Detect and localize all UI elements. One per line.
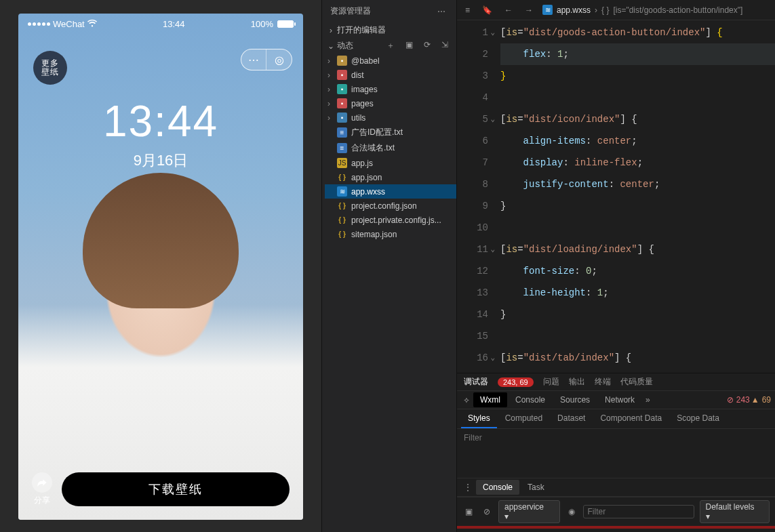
capsule-close-button[interactable]: ◎ [266, 49, 292, 70]
console-play-icon[interactable]: ▣ [462, 507, 475, 516]
tree-file[interactable]: { }sitemap.json [325, 227, 456, 241]
tree-item-label: 广告ID配置.txt [351, 127, 454, 138]
tree-file[interactable]: ≋app.wxss [325, 184, 456, 199]
refresh-icon[interactable]: ⟳ [421, 40, 433, 52]
code-line[interactable] [500, 87, 775, 108]
tree-file[interactable]: JSapp.js [325, 156, 456, 170]
code-line[interactable]: align-items: center; [500, 130, 775, 152]
lock-clock: 13:44 9月16日 [18, 96, 303, 171]
breadcrumb-symbol[interactable]: [is="dist/goods-action-button/index"] [613, 5, 742, 15]
code-line[interactable] [500, 325, 775, 347]
styles-subtab[interactable]: Styles [461, 409, 497, 428]
fold-icon[interactable]: ⌄ [485, 22, 495, 43]
devtools-tab-console[interactable]: Console [509, 392, 552, 407]
open-editors-section[interactable]: › 打开的编辑器 [322, 22, 456, 38]
code-editor[interactable]: ⌄1234⌄5678910⌄1112131415⌄16 [is="dist/go… [457, 20, 775, 373]
code-line[interactable]: [is="dist/tab/index"] { [500, 347, 775, 369]
more-wallpaper-badge[interactable]: 更多 壁纸 [33, 51, 67, 85]
tree-item-label: pages [351, 99, 454, 108]
styles-filter-input[interactable] [457, 429, 775, 447]
drawer-tab-console[interactable]: Console [476, 480, 519, 495]
log-levels-select[interactable]: Default levels ▾ [700, 500, 770, 523]
workspace-root-label: 动态 [337, 40, 353, 52]
chevron-right-icon: › [325, 70, 333, 80]
inspect-icon[interactable]: ⟡ [461, 395, 472, 405]
folder-icon: ▪ [337, 98, 347, 108]
code-line[interactable]: font-size: 0; [500, 260, 775, 282]
tab-code-quality[interactable]: 代码质量 [620, 376, 653, 388]
devtools-tab-sources[interactable]: Sources [553, 392, 597, 407]
fold-icon[interactable]: ⌄ [485, 108, 495, 130]
warning-count[interactable]: ▲ 69 [751, 395, 771, 405]
download-wallpaper-button[interactable]: 下载壁纸 [62, 472, 290, 506]
tree-folder[interactable]: ›▪dist [325, 68, 456, 82]
editor-panel: ≡ 🔖 ← → ≋ app.wxss › { } [is="dist/goods… [457, 0, 775, 532]
code-line[interactable] [500, 217, 775, 239]
css-file-icon: ≋ [337, 186, 347, 197]
phone-frame: WeChat 13:44 100% ⋯ ◎ 更多 壁纸 13:44 9月16日 [18, 14, 303, 520]
collapse-icon[interactable]: ⇲ [439, 40, 451, 52]
new-folder-icon[interactable]: ▣ [403, 40, 416, 52]
styles-subtab[interactable]: Scope Data [670, 409, 726, 428]
tree-folder[interactable]: ›▪pages [325, 96, 456, 110]
fold-icon[interactable]: ⌄ [485, 347, 495, 369]
tree-folder[interactable]: ›▪utils [325, 110, 456, 125]
json-file-icon: { } [337, 215, 347, 225]
console-filter-input[interactable] [583, 505, 694, 518]
workspace-root[interactable]: ⌄ 动态 ＋ ▣ ⟳ ⇲ [322, 38, 456, 54]
explorer-more-icon[interactable]: ⋯ [435, 7, 448, 16]
tree-file[interactable]: ≡广告ID配置.txt [325, 125, 456, 140]
capsule-more-button[interactable]: ⋯ [241, 49, 266, 70]
folder-icon: ▪ [337, 84, 347, 94]
open-editors-label: 打开的编辑器 [337, 24, 386, 36]
code-line[interactable]: display: inline-flex; [500, 152, 775, 173]
editor-breadcrumb: ≡ 🔖 ← → ≋ app.wxss › { } [is="dist/goods… [457, 0, 775, 20]
devtools-tab-wxml[interactable]: Wxml [473, 392, 507, 407]
battery-pct: 100% [251, 19, 273, 29]
tree-folder[interactable]: ›▪@babel [325, 54, 456, 68]
tab-debugger[interactable]: 调试器 [464, 376, 488, 388]
eye-icon[interactable]: ◉ [565, 507, 578, 516]
code-line[interactable]: [is="dist/icon/index"] { [500, 108, 775, 130]
code-line[interactable]: [is="dist/goods-action-button/index"] { [500, 22, 775, 43]
styles-subtab[interactable]: Component Data [593, 409, 669, 428]
fold-icon[interactable]: ⌄ [485, 239, 495, 260]
styles-subtab[interactable]: Computed [498, 409, 549, 428]
tree-item-label: project.private.config.js... [351, 216, 454, 225]
code-line[interactable]: justify-content: center; [500, 173, 775, 195]
tab-problems[interactable]: 问题 [543, 376, 559, 388]
drawer-menu-icon[interactable]: ⋮ [461, 483, 475, 492]
tab-output[interactable]: 输出 [569, 376, 585, 388]
tree-file[interactable]: { }app.json [325, 170, 456, 184]
code-line[interactable]: } [500, 65, 775, 87]
drawer-tab-task[interactable]: Task [521, 480, 551, 495]
context-select[interactable]: appservice ▾ [498, 500, 560, 523]
tree-file[interactable]: ≡合法域名.txt [325, 140, 456, 156]
tree-item-label: utils [351, 113, 454, 123]
share-button[interactable]: 分享 [32, 472, 52, 506]
code-line[interactable]: } [500, 304, 775, 325]
tree-file[interactable]: { }project.config.json [325, 199, 456, 213]
new-file-icon[interactable]: ＋ [384, 40, 397, 52]
nav-back-icon[interactable]: ← [502, 5, 515, 15]
code-line[interactable]: [is="dist/loading/index"] { [500, 239, 775, 260]
console-clear-icon[interactable]: ⊘ [481, 507, 493, 516]
tabs-overflow-icon[interactable]: » [643, 395, 653, 405]
bookmark-icon[interactable]: 🔖 [479, 5, 495, 15]
tab-terminal[interactable]: 终端 [595, 376, 611, 388]
styles-subtab[interactable]: Dataset [551, 409, 592, 428]
code-line[interactable]: line-height: 1; [500, 282, 775, 304]
tree-file[interactable]: { }project.private.config.js... [325, 213, 456, 227]
carrier-label: WeChat [53, 19, 85, 29]
clock-date: 9月16日 [18, 150, 303, 171]
menu-icon[interactable]: ≡ [462, 5, 473, 15]
error-count[interactable]: ⊘ 243 [727, 395, 750, 405]
code-line[interactable]: flex: 1; [500, 43, 775, 65]
debug-count-pill: 243, 69 [498, 377, 534, 387]
nav-forward-icon[interactable]: → [522, 5, 536, 15]
devtools-tab-network[interactable]: Network [598, 392, 641, 407]
breadcrumb-filename[interactable]: app.wxss [557, 5, 591, 15]
tree-folder[interactable]: ›▪images [325, 82, 456, 96]
symbol-icon: { } [601, 5, 609, 15]
code-line[interactable]: } [500, 195, 775, 217]
